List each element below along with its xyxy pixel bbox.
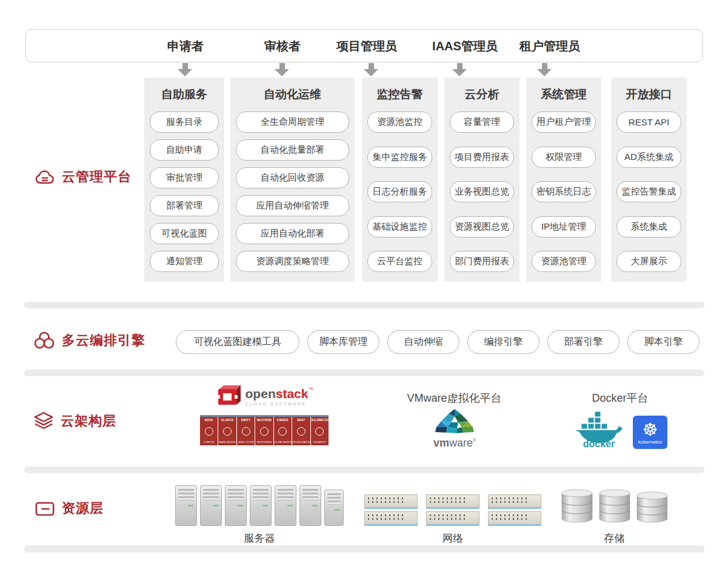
- svg-text:vmware®: vmware®: [433, 437, 476, 449]
- role-tenant-admin: 租户管理员: [519, 38, 580, 54]
- feature-pill: 资源视图总览: [450, 216, 514, 238]
- column-automation-ops: 自动化运维 全生命周期管理 自动化批量部署 自动化回收资源 应用自动伸缩管理 应…: [230, 78, 355, 282]
- feature-pill: 日志分析服务: [367, 181, 432, 202]
- feature-pill: 全生命周期管理: [236, 111, 349, 133]
- openstack-service-tile: HEAT ORCHESTRATION: [292, 417, 310, 445]
- service-glyph-icon: [297, 427, 306, 436]
- server-icon: [299, 485, 321, 526]
- section-divider: [24, 545, 704, 553]
- openstack-service-tile: NOVA COMPUTE: [200, 417, 218, 445]
- switch-icon: [364, 494, 418, 526]
- network-label: 网络: [366, 531, 539, 545]
- storage-group: 存储: [561, 485, 667, 545]
- feature-pill: 业务视图总览: [450, 181, 514, 202]
- section-divider: [24, 370, 704, 376]
- layers-icon: [33, 411, 54, 431]
- switch-icon: [488, 494, 541, 526]
- feature-pill: 用户租户管理: [532, 111, 596, 133]
- column-cloud-analytics: 云分析 容量管理 项目费用报表 业务视图总览 资源视图总览 部门费用报表: [444, 78, 519, 282]
- server-icon: [324, 490, 344, 526]
- roles-bar: 申请者 审核者 项目管理员 IAAS管理员 租户管理员: [25, 29, 703, 62]
- column-open-api: 开放接口 REST API AD系统集成 监控告警集成 系统集成 大屏展示: [611, 78, 687, 282]
- feature-pill: AD系统集成: [616, 147, 681, 168]
- service-glyph-icon: [278, 427, 287, 436]
- orchestration-buttons: 可视化蓝图建模工具 脚本库管理 自动伸缩 编排引擎 部署引擎 脚本引擎: [176, 330, 700, 354]
- server-icon: [225, 485, 247, 526]
- down-arrow-icon: [537, 63, 552, 76]
- column-title: 自动化运维: [230, 87, 355, 102]
- orchestration-pill: 自动伸缩: [387, 330, 459, 354]
- column-title: 系统管理: [526, 87, 601, 102]
- architecture-diagram: 申请者 审核者 项目管理员 IAAS管理员 租户管理员 云管理平台 自助服务 服…: [0, 0, 728, 575]
- column-monitoring: 监控告警 资源池监控 集中监控服务 日志分析服务 基础设施监控 云平台监控: [362, 78, 438, 282]
- feature-pill: 自动化批量部署: [236, 139, 349, 161]
- openstack-cube-icon: [216, 384, 241, 408]
- down-arrow-icon: [275, 63, 289, 76]
- service-glyph-icon: [205, 427, 213, 436]
- feature-pill: 资源池管理: [532, 251, 596, 272]
- service-glyph-icon: [315, 427, 324, 436]
- openstack-wordmark-open: open: [245, 387, 276, 401]
- server-icon: [175, 485, 197, 526]
- openstack-logo: openstack™ CLOUD SOFTWARE: [200, 384, 329, 408]
- architecture-title: 云架构层: [61, 412, 116, 430]
- openstack-tagline: CLOUD SOFTWARE: [245, 402, 313, 406]
- vmware-platform-title: VMware虚拟化平台: [389, 391, 519, 405]
- feature-pill: 服务目录: [150, 111, 219, 133]
- orchestration-pill: 脚本库管理: [307, 330, 379, 354]
- kubernetes-logo: ☸ kubernetes: [633, 416, 667, 449]
- feature-pill: 大屏展示: [616, 251, 681, 272]
- openstack-wordmark-stack: stack: [276, 387, 309, 401]
- feature-pill: 云平台监控: [367, 251, 432, 272]
- feature-pill: 密钥系统日志: [532, 181, 596, 202]
- feature-pill: 可视化蓝图: [150, 223, 219, 244]
- server-icon: [275, 485, 296, 526]
- openstack-service-tile: CINDER VOLUME SERVICE: [274, 417, 292, 445]
- kubernetes-wheel-icon: ☸: [643, 420, 658, 439]
- switch-icon: [426, 494, 479, 526]
- section-divider: [24, 467, 704, 473]
- openstack-service-tile: SWIFT OBJECT STORE: [237, 417, 255, 445]
- openstack-service-tile: CEILOMETER TELEMETRY: [311, 417, 329, 445]
- resource-card-icon: [35, 500, 55, 517]
- orchestration-pill: 脚本引擎: [627, 330, 700, 354]
- servers-label: 服务器: [178, 531, 341, 545]
- docker-platform-title: Docker平台: [563, 391, 678, 405]
- orchestration-pill: 部署引擎: [547, 330, 619, 354]
- cloud-platform-title: 云管理平台: [62, 168, 132, 186]
- role-reviewer: 审核者: [264, 38, 301, 54]
- docker-group: Docker平台 docker ☸ kubernetes: [563, 391, 678, 449]
- server-icon: [200, 485, 222, 526]
- vmware-group: VMware虚拟化平台 vmware®: [389, 391, 519, 454]
- feature-pill: 部署管理: [150, 195, 219, 216]
- column-title: 监控告警: [362, 87, 438, 102]
- feature-pill: 部门费用报表: [450, 251, 514, 272]
- network-icons: [364, 494, 541, 526]
- openstack-service-tile: NEUTRON NETWORKING: [255, 417, 273, 445]
- feature-pill: 项目费用报表: [450, 147, 514, 168]
- feature-pill: 基础设施监控: [367, 216, 432, 238]
- orchestration-title: 多云编排引擎: [62, 331, 145, 350]
- role-project-admin: 项目管理员: [336, 38, 397, 54]
- feature-pill: 应用自动伸缩管理: [236, 195, 349, 216]
- multi-cloud-icon: [33, 331, 55, 350]
- architecture-label: 云架构层: [33, 411, 116, 431]
- feature-pill: 资源调度策略管理: [236, 251, 349, 272]
- feature-pill: 集中监控服务: [367, 147, 432, 168]
- service-glyph-icon: [223, 427, 232, 436]
- docker-logo: docker: [573, 409, 625, 449]
- feature-pill: IP地址管理: [532, 216, 596, 238]
- storage-label: 存储: [561, 531, 667, 545]
- resources-title: 资源层: [62, 499, 104, 517]
- server-icons: [175, 485, 344, 526]
- servers-group: 服务器: [178, 485, 341, 545]
- feature-pill: 容量管理: [450, 111, 514, 133]
- service-glyph-icon: [260, 427, 269, 436]
- down-arrow-icon: [452, 63, 467, 76]
- column-title: 云分析: [444, 87, 519, 102]
- cloud-mgmt-icon: [35, 168, 55, 185]
- storage-icons: [561, 487, 667, 526]
- feature-pill: 应用自动化部署: [236, 223, 349, 244]
- down-arrow-icon: [364, 63, 378, 76]
- column-title: 开放接口: [611, 87, 687, 102]
